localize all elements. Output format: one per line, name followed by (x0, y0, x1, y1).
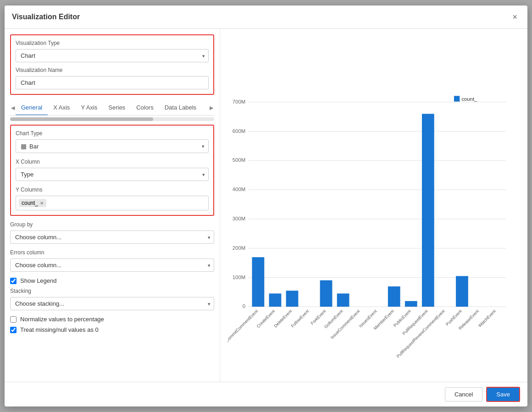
y-column-tag-label: count_ (22, 200, 38, 206)
tabs-inner: General X Axis Y Axis Series Colors Data… (16, 100, 209, 115)
tab-general[interactable]: General (16, 100, 48, 115)
bottom-spacer (10, 337, 214, 355)
viz-name-input[interactable] (16, 76, 209, 89)
errors-column-select[interactable]: Choose column... (10, 258, 214, 272)
chart-type-value: Bar (29, 143, 204, 150)
y-axis-100m: 100M (233, 275, 245, 280)
group-by-section: Group by Choose column... ▾ (10, 221, 214, 244)
y-columns-input[interactable]: count_ ✕ (16, 196, 209, 210)
x-label-commitcommentevent: CommitCommentEvent (227, 309, 259, 343)
viz-type-select[interactable]: Chart Table Map (16, 49, 209, 62)
show-legend-label: Show Legend (20, 277, 57, 284)
bar-pullrequestreviewcommentevent (405, 301, 417, 307)
y-column-tag-remove-button[interactable]: ✕ (40, 201, 44, 206)
group-by-wrapper: Choose column... ▾ (10, 231, 214, 244)
chart-type-chevron-icon: ▾ (202, 143, 205, 149)
tab-scroll-right-button[interactable]: ▶ (209, 103, 214, 113)
modal-body: Visualization Type Chart Table Map ▾ Vis… (5, 29, 527, 382)
stacking-select[interactable]: Choose stacking... (10, 297, 214, 310)
bar-commitcommentevent (252, 257, 265, 307)
errors-column-wrapper: Choose column... ▾ (10, 258, 214, 272)
chart-type-select[interactable]: ▦ Bar ▾ (16, 139, 209, 153)
tab-data-labels[interactable]: Data Labels (159, 100, 202, 115)
viz-type-label: Visualization Type (16, 40, 209, 46)
chart-settings-section: Chart Type ▦ Bar ▾ X Column Type cou (10, 125, 214, 216)
y-column-tag-count: count_ ✕ (19, 199, 46, 207)
bar-forkevent (320, 280, 332, 307)
modal-header: Visualization Editor × (5, 5, 527, 29)
bar-createevent (269, 293, 282, 307)
tabs-container: ◀ General X Axis Y Axis Series Colors Da… (10, 100, 214, 115)
tab-xaxis[interactable]: X Axis (48, 100, 75, 115)
y-axis-200m: 200M (233, 245, 245, 251)
treat-missing-checkbox[interactable] (10, 327, 17, 333)
x-column-wrapper: Type count_ ▾ (16, 168, 209, 181)
y-axis-700m: 700M (233, 99, 245, 104)
y-axis-0: 0 (243, 303, 245, 309)
visualization-editor-modal: Visualization Editor × Visualization Typ… (5, 5, 527, 407)
legend-label: count_ (461, 96, 477, 102)
bar-chart-icon: ▦ (21, 143, 27, 150)
stacking-section: Stacking Choose stacking... ▾ (10, 288, 214, 310)
save-button[interactable]: Save (486, 387, 520, 402)
y-columns-label: Y Columns (16, 187, 209, 193)
chart-area: 0 100M 200M 300M 400M 500M 600M 700M (227, 36, 520, 374)
tab-colors[interactable]: Colors (131, 100, 159, 115)
x-column-select[interactable]: Type count_ (16, 168, 209, 181)
x-label-createevent: CreateEvent (256, 309, 276, 329)
tab-scroll-left-button[interactable]: ◀ (10, 103, 16, 113)
treat-missing-label: Treat missing/null values as 0 (20, 326, 99, 333)
tab-scrollbar-thumb (10, 117, 153, 121)
close-button[interactable]: × (510, 12, 520, 22)
viz-type-wrapper: Chart Table Map ▾ (16, 49, 209, 62)
normalize-label: Normalize values to percentage (20, 316, 104, 323)
y-axis-600m: 600M (233, 128, 245, 134)
show-legend-row: Show Legend (10, 277, 214, 284)
tab-yaxis[interactable]: Y Axis (75, 100, 103, 115)
y-axis-300m: 300M (233, 216, 245, 221)
bar-chart-svg: 0 100M 200M 300M 400M 500M 600M 700M (227, 36, 520, 374)
stacking-label: Stacking (10, 288, 214, 294)
legend-color-swatch (454, 96, 460, 101)
errors-column-section: Errors column Choose column... ▾ (10, 249, 214, 272)
x-label-forkevent: ForkEvent (310, 309, 327, 326)
tab-scrollbar (10, 117, 214, 121)
left-panel: Visualization Type Chart Table Map ▾ Vis… (5, 29, 220, 382)
modal-overlay: Visualization Editor × Visualization Typ… (0, 0, 532, 412)
stacking-wrapper: Choose stacking... ▾ (10, 297, 214, 310)
normalize-checkbox[interactable] (10, 316, 17, 323)
group-by-select[interactable]: Choose column... (10, 231, 214, 244)
y-axis-400m: 400M (233, 187, 245, 192)
normalize-row: Normalize values to percentage (10, 316, 214, 323)
bar-pushevent (422, 114, 434, 307)
bar-gollumevent (337, 293, 349, 307)
treat-missing-row: Treat missing/null values as 0 (10, 326, 214, 333)
cancel-button[interactable]: Cancel (445, 387, 482, 401)
tab-series[interactable]: Series (103, 100, 131, 115)
bar-watchevent (456, 276, 468, 307)
x-label-followevent: FollowEvent (290, 309, 310, 329)
bar-deleteevent (286, 291, 299, 307)
modal-title: Visualization Editor (12, 13, 80, 21)
y-axis-500m: 500M (233, 157, 245, 163)
x-label-issuecommentevent: IssueCommentEvent (330, 309, 361, 340)
group-by-label: Group by (10, 221, 214, 228)
x-column-label: X Column (16, 159, 209, 165)
viz-name-label: Visualization Name (16, 67, 209, 73)
x-label-watchevent: WatchEvent (477, 309, 497, 328)
chart-type-wrapper: ▦ Bar ▾ (16, 139, 209, 153)
errors-column-label: Errors column (10, 249, 214, 256)
viz-type-name-section: Visualization Type Chart Table Map ▾ Vis… (10, 34, 214, 95)
show-legend-checkbox[interactable] (10, 278, 17, 284)
bar-pullrequestevent (388, 286, 400, 307)
modal-footer: Cancel Save (5, 382, 527, 407)
right-panel: 0 100M 200M 300M 400M 500M 600M 700M (220, 29, 527, 382)
x-label-pushevent: PushEvent (445, 309, 463, 327)
chart-type-label: Chart Type (16, 130, 209, 137)
